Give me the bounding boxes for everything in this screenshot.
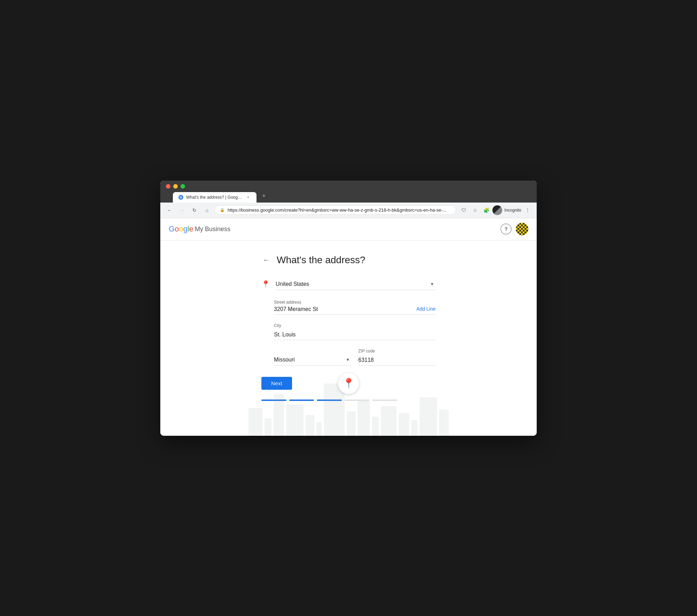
user-avatar-image — [516, 223, 528, 235]
building-13 — [411, 420, 418, 436]
maximize-window-button[interactable] — [181, 184, 185, 189]
more-options-button[interactable]: ⋮ — [523, 205, 533, 215]
logo-o2: o — [179, 225, 183, 234]
active-tab[interactable]: G What's the address? | Google ... × — [173, 192, 256, 203]
app-header: G o o g l e My Business ? — [160, 218, 537, 241]
progress-segment-5 — [372, 400, 397, 401]
zip-field: ZIP code — [358, 349, 436, 366]
street-address-field: Street address Add Line — [274, 300, 436, 315]
window-controls — [166, 184, 531, 189]
tab-title: What's the address? | Google ... — [186, 195, 243, 200]
building-14 — [420, 397, 437, 436]
zip-input[interactable] — [358, 355, 436, 366]
city-field: City — [274, 323, 436, 340]
street-address-input[interactable] — [274, 306, 414, 312]
incognito-badge: Incognito — [492, 205, 521, 215]
state-zip-row: Missouri ▼ ZIP code — [274, 349, 436, 366]
user-avatar[interactable] — [516, 223, 528, 235]
header-actions: ? — [500, 223, 528, 235]
add-line-button[interactable]: Add Line — [414, 306, 436, 312]
minimize-window-button[interactable] — [173, 184, 178, 189]
logo-g: G — [169, 225, 175, 234]
page-title: What's the address? — [277, 254, 365, 266]
building-2 — [265, 418, 271, 436]
building-6 — [316, 422, 322, 436]
building-4 — [286, 404, 304, 436]
shield-icon[interactable]: 🛡 — [459, 205, 469, 215]
home-nav-button[interactable]: ⌂ — [202, 205, 212, 215]
logo-o1: o — [175, 225, 179, 234]
building-12 — [399, 413, 409, 436]
close-window-button[interactable] — [166, 184, 170, 189]
country-select-wrapper: United States ▼ — [276, 278, 436, 290]
state-select-wrapper: Missouri ▼ — [274, 354, 351, 366]
navigation-bar: ← → ↻ ⌂ 🔒 https://business.google.com/cr… — [160, 203, 537, 218]
city-input[interactable] — [274, 329, 436, 340]
browser-titlebar: G What's the address? | Google ... × + — [160, 181, 537, 203]
tab-favicon-icon: G — [178, 195, 183, 200]
building-8 — [347, 411, 355, 436]
back-nav-button[interactable]: ← — [164, 205, 174, 215]
incognito-avatar-image — [492, 205, 502, 215]
next-button[interactable]: Next — [261, 377, 292, 390]
nav-action-buttons: 🛡 ☆ 🧩 Incognito ⋮ — [459, 205, 533, 215]
country-select[interactable]: United States — [276, 278, 436, 290]
incognito-label: Incognito — [504, 208, 521, 213]
browser-window: G What's the address? | Google ... × + ←… — [160, 181, 537, 436]
bookmark-icon[interactable]: ☆ — [470, 205, 480, 215]
logo-g2: g — [183, 225, 187, 234]
country-row: 📍 United States ▼ — [261, 278, 436, 290]
url-text: https://business.google.com/create?hl=en… — [228, 207, 451, 213]
state-select[interactable]: Missouri — [274, 354, 351, 366]
building-10 — [372, 417, 379, 436]
main-content: ← What's the address? 📍 United States ▼ … — [160, 241, 537, 436]
building-9 — [358, 401, 370, 436]
street-address-label: Street address — [274, 300, 436, 305]
zip-label: ZIP code — [358, 349, 436, 353]
progress-segment-3 — [317, 400, 342, 401]
city-label: City — [274, 323, 436, 328]
building-11 — [381, 406, 397, 436]
new-tab-button[interactable]: + — [259, 192, 269, 203]
help-button[interactable]: ? — [500, 223, 512, 235]
progress-segment-2 — [289, 400, 314, 401]
forward-nav-button[interactable]: → — [177, 205, 187, 215]
form-container: ← What's the address? 📍 United States ▼ … — [261, 254, 436, 401]
progress-segment-1 — [261, 400, 286, 401]
building-5 — [306, 415, 314, 436]
progress-segment-4 — [345, 400, 370, 401]
reload-nav-button[interactable]: ↻ — [190, 205, 199, 215]
app-name: My Business — [195, 226, 230, 233]
back-button[interactable]: ← — [261, 254, 271, 265]
logo-e: e — [189, 225, 193, 234]
address-fields: Street address Add Line City Missouri — [261, 300, 436, 366]
incognito-avatar — [492, 205, 502, 215]
lock-icon: 🔒 — [220, 208, 225, 212]
tab-bar: G What's the address? | Google ... × + — [173, 192, 269, 203]
address-bar[interactable]: 🔒 https://business.google.com/create?hl=… — [215, 205, 456, 215]
progress-bar — [261, 400, 397, 401]
tab-close-button[interactable]: × — [245, 195, 251, 200]
page-header: ← What's the address? — [261, 254, 436, 266]
building-15 — [439, 410, 449, 436]
google-my-business-logo: G o o g l e My Business — [169, 225, 230, 234]
location-pin-icon: 📍 — [261, 280, 270, 288]
extensions-icon[interactable]: 🧩 — [481, 205, 491, 215]
building-1 — [248, 408, 262, 436]
street-address-row: Add Line — [274, 306, 436, 315]
